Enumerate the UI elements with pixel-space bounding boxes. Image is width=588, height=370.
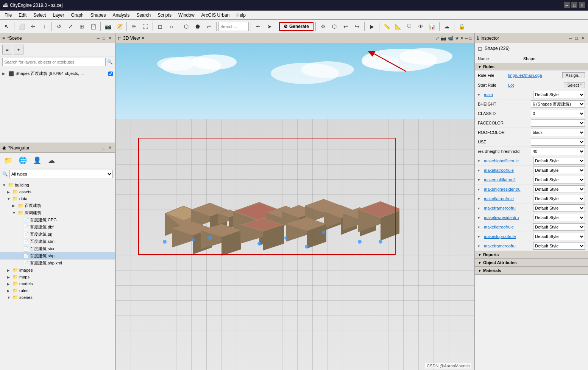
rule-0-select[interactable]: Default Style xyxy=(533,157,585,165)
mesh-tool[interactable]: ⬡ xyxy=(181,21,192,32)
rule-9-select[interactable]: Default Style xyxy=(533,242,585,250)
menu-search[interactable]: Search xyxy=(133,12,154,19)
title-bar-controls[interactable]: ─ □ ✕ xyxy=(564,2,585,8)
menu-window[interactable]: Window xyxy=(175,12,198,19)
back-tool[interactable]: ↩ xyxy=(340,21,351,32)
nav-folder-btn[interactable]: 📁 xyxy=(2,154,14,166)
materials-section[interactable]: ▼ Materials xyxy=(475,267,588,275)
menu-select[interactable]: Select xyxy=(30,12,49,19)
tree-shenzhen-building[interactable]: ▼ 📁 深圳建筑 xyxy=(0,209,115,216)
nav-panel-close[interactable]: ✕ xyxy=(107,145,113,150)
settings-tool[interactable]: ⚙ xyxy=(318,21,328,32)
view-3d-controls[interactable]: ⤢ 📷 📹 ★ ▾ ─ □ xyxy=(435,36,472,41)
rule-7-select[interactable]: Default Style xyxy=(533,223,585,231)
inspector-controls[interactable]: ─ □ ✕ xyxy=(568,36,586,40)
rule-7-link[interactable]: makeflatroofrule xyxy=(484,225,533,229)
view-camera-btn[interactable]: 📷 xyxy=(441,36,446,41)
view-share-btn[interactable]: ⤢ xyxy=(435,36,439,41)
rule-9-link[interactable]: makeframeroofru xyxy=(484,244,533,248)
tree-data[interactable]: ▼ 📁 data xyxy=(0,195,115,202)
rule-2-link[interactable]: makemultifatroofi xyxy=(484,177,533,182)
scene-search-icon[interactable]: 🔍 xyxy=(107,59,113,65)
bheight-select[interactable]: 6 (Shapes 百度建筑) xyxy=(531,100,585,108)
nav-type-select[interactable]: All types xyxy=(9,170,113,178)
scene-panel-close[interactable]: ✕ xyxy=(107,36,113,40)
reports-section[interactable]: ▼ Reports xyxy=(475,251,588,259)
scene-panel-restore[interactable]: □ xyxy=(101,36,106,40)
add-layer-btn[interactable]: ≡ xyxy=(2,45,12,54)
main-style-select[interactable]: Default Style xyxy=(533,91,585,98)
rule-6-link[interactable]: makelowresidentru xyxy=(484,215,533,220)
menu-scripts[interactable]: Scripts xyxy=(154,12,175,19)
nav-panel-restore[interactable]: □ xyxy=(101,145,106,150)
tree-scenes[interactable]: ▼ 📁 scenes xyxy=(0,294,115,301)
zoom-tool[interactable]: ↕ xyxy=(39,21,50,32)
tree-rules[interactable]: ▶ 📁 rules xyxy=(0,287,115,294)
rule-file-value[interactable]: fingrules/main.cga xyxy=(508,73,561,78)
nav-user-btn[interactable]: 👤 xyxy=(31,154,43,166)
rule-8-link[interactable]: makesloproofrule xyxy=(484,234,533,239)
menu-arcgis[interactable]: ArcGIS Urban xyxy=(198,12,233,19)
scene-panel-controls[interactable]: ─ □ ✕ xyxy=(96,36,113,40)
scene-shapes-layer[interactable]: ▶ ⬛ Shapes 百度建筑 [670464 objects, ... xyxy=(2,70,113,78)
shape-tool[interactable]: ◻ xyxy=(155,21,165,32)
select-button[interactable]: Select " xyxy=(564,82,585,88)
minimize-button[interactable]: ─ xyxy=(564,2,570,8)
move-tool[interactable]: ✛ xyxy=(28,21,38,32)
draw-poly-tool[interactable]: ⛶ xyxy=(140,21,151,32)
add-layer-btn2[interactable]: + xyxy=(14,45,23,54)
rule-4-select[interactable]: Default Style xyxy=(533,195,585,202)
menu-graph[interactable]: Graph xyxy=(68,12,86,19)
tree-file-dbf[interactable]: 📄 百度建筑.dbf xyxy=(0,224,115,231)
close-button[interactable]: ✕ xyxy=(579,2,585,8)
rule-5-select[interactable]: Default Style xyxy=(533,204,585,212)
maximize-button[interactable]: □ xyxy=(571,2,577,8)
rule-5-link[interactable]: makeframeroofru xyxy=(484,206,533,210)
terrain-tool[interactable]: ⬟ xyxy=(192,21,203,32)
nav-panel-minus[interactable]: ─ xyxy=(96,145,101,150)
camera-tool[interactable]: 📷 xyxy=(103,21,113,32)
rule-1-select[interactable]: Default Style xyxy=(533,166,585,174)
copy-tool[interactable]: ⊞ xyxy=(76,21,87,32)
shapes-layer-checkbox[interactable] xyxy=(108,72,113,76)
classid-select[interactable]: 0 xyxy=(531,110,585,117)
circle-tool[interactable]: ○ xyxy=(166,21,177,32)
menu-layer[interactable]: Layer xyxy=(50,12,67,19)
main-link[interactable]: main xyxy=(484,92,533,97)
inspector-restore-btn[interactable]: □ xyxy=(574,36,579,40)
draw-tool-2[interactable]: ✒ xyxy=(253,21,264,32)
start-rule-value[interactable]: Lot xyxy=(508,83,562,87)
scene-search-input[interactable] xyxy=(2,58,106,66)
redo-tool[interactable]: ⤢ xyxy=(65,21,76,32)
rules-section-header[interactable]: ▼ Rules xyxy=(475,63,588,70)
view-3d-canvas[interactable]: CSDN @AaronMoomin xyxy=(115,43,474,370)
menu-edit[interactable]: Edit xyxy=(16,12,30,19)
view-camera2-btn[interactable]: 📹 xyxy=(448,36,454,41)
view-star-btn[interactable]: ★ xyxy=(455,36,459,41)
tree-models[interactable]: ▶ 📁 models xyxy=(0,280,115,287)
view-minimize-btn[interactable]: ─ xyxy=(465,36,468,41)
menu-analysis[interactable]: Analysis xyxy=(109,12,133,19)
draw-line-tool[interactable]: ✏ xyxy=(129,21,139,32)
inspector-minus-btn[interactable]: ─ xyxy=(568,36,573,40)
cloud-tool[interactable]: ☁ xyxy=(441,21,452,32)
tree-assets[interactable]: ▶ 📁 assets xyxy=(0,188,115,195)
resi-select[interactable]: 40 xyxy=(531,148,585,155)
tree-baidu-building[interactable]: ▶ 📁 百度建筑 xyxy=(0,202,115,209)
arrow-tool[interactable]: ➤ xyxy=(264,21,275,32)
nav-network-btn[interactable]: 🌐 xyxy=(17,154,29,166)
menu-shapes[interactable]: Shapes xyxy=(87,12,109,19)
rule-4-link[interactable]: makeflatroofrule xyxy=(484,196,533,201)
ruler-tool[interactable]: 📏 xyxy=(381,21,392,32)
rule-0-link[interactable]: makehighofficerule xyxy=(484,159,533,163)
object-attributes-section[interactable]: ▼ Object Attributes xyxy=(475,259,588,267)
view-more-btn[interactable]: ▾ xyxy=(461,36,463,41)
tree-file-sbn[interactable]: 📄 百度建筑.sbn xyxy=(0,238,115,245)
forward-tool[interactable]: ↪ xyxy=(352,21,362,32)
nav-panel-controls[interactable]: ─ □ ✕ xyxy=(96,145,113,150)
select-tool[interactable]: ↖ xyxy=(2,21,12,32)
nav-cloud-btn[interactable]: ☁ xyxy=(45,154,58,166)
undo-tool[interactable]: ↺ xyxy=(54,21,64,32)
chart-tool[interactable]: 📊 xyxy=(427,21,437,32)
ruler2-tool[interactable]: 📐 xyxy=(393,21,403,32)
